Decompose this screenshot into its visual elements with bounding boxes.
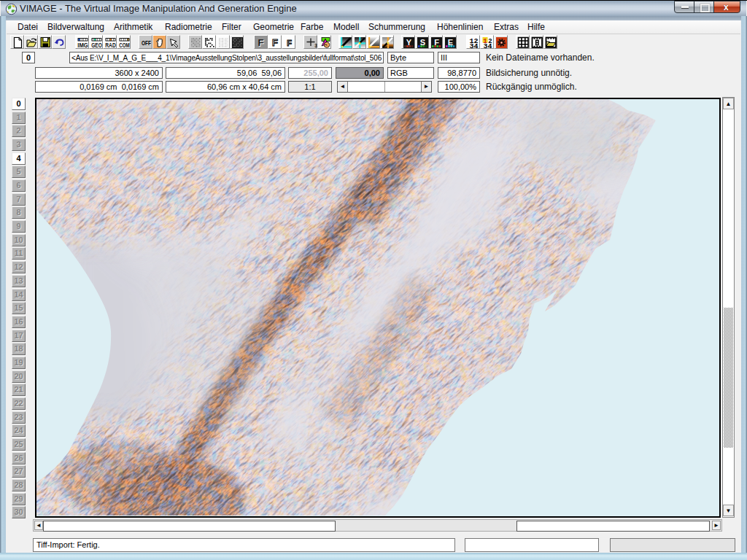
svg-text:GEO: GEO (91, 41, 102, 49)
svg-text:F: F (434, 38, 439, 47)
svg-text:IMG: IMG (77, 41, 88, 49)
svg-text:F: F (272, 37, 278, 48)
svg-text:34: 34 (484, 43, 493, 50)
svg-text:34: 34 (470, 43, 479, 50)
svg-text:S: S (420, 38, 425, 47)
svg-text:E: E (448, 38, 453, 47)
svg-text:COM: COM (119, 41, 130, 49)
svg-text:OFF: OFF (142, 39, 151, 47)
svg-text:RAD: RAD (105, 41, 116, 49)
svg-text:Y: Y (406, 38, 412, 47)
svg-text:F: F (287, 39, 292, 47)
svg-text:F: F (258, 37, 264, 48)
